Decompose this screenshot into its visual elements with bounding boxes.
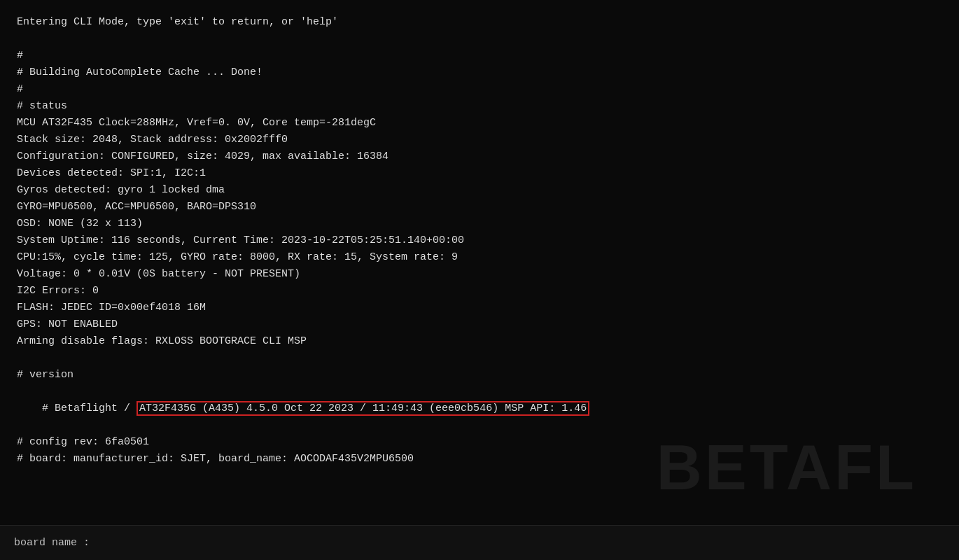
terminal-line-16: Voltage: 0 * 0.01V (0S battery - NOT PRE… — [17, 266, 942, 283]
terminal-line-6: # status — [17, 98, 942, 115]
terminal-line-24: # config rev: 6fa0501 — [17, 434, 942, 451]
terminal-line-13: OSD: NONE (32 x 113) — [17, 216, 942, 232]
terminal-line-empty1 — [17, 31, 942, 48]
board-name-label: board name : — [14, 537, 90, 549]
terminal-line-19: GPS: NOT ENABLED — [17, 316, 942, 333]
version-highlighted: AT32F435G (A435) 4.5.0 Oct 22 2023 / 11:… — [136, 401, 589, 416]
terminal-line-3: # — [17, 48, 942, 64]
terminal-line-14: System Uptime: 116 seconds, Current Time… — [17, 232, 942, 249]
terminal-line-1: Entering CLI Mode, type 'exit' to return… — [17, 14, 942, 31]
terminal-line-15: CPU:15%, cycle time: 125, GYRO rate: 800… — [17, 249, 942, 266]
terminal-line-12: GYRO=MPU6500, ACC=MPU6500, BARO=DPS310 — [17, 199, 942, 216]
terminal-line-22: # version — [17, 367, 942, 384]
terminal-line-10: Devices detected: SPI:1, I2C:1 — [17, 165, 942, 182]
terminal-line-empty2 — [17, 350, 942, 367]
terminal-line-4: # Building AutoComplete Cache ... Done! — [17, 64, 942, 81]
terminal-line-18: FLASH: JEDEC ID=0x00ef4018 16M — [17, 300, 942, 316]
terminal-line-17: I2C Errors: 0 — [17, 283, 942, 300]
bottom-bar: board name : — [0, 525, 959, 560]
terminal-line-5: # — [17, 81, 942, 98]
terminal-line-8: Stack size: 2048, Stack address: 0x2002f… — [17, 132, 942, 148]
terminal-line-7: MCU AT32F435 Clock=288MHz, Vref=0. 0V, C… — [17, 115, 942, 132]
terminal-window: Entering CLI Mode, type 'exit' to return… — [0, 0, 959, 560]
terminal-line-20: Arming disable flags: RXLOSS BOOTGRACE C… — [17, 333, 942, 350]
terminal-line-9: Configuration: CONFIGURED, size: 4029, m… — [17, 148, 942, 165]
terminal-version-line: # Betaflight / AT32F435G (A435) 4.5.0 Oc… — [17, 384, 942, 434]
terminal-line-11: Gyros detected: gyro 1 locked dma — [17, 182, 942, 199]
terminal-line-25: # board: manufacturer_id: SJET, board_na… — [17, 451, 942, 468]
version-prefix: # Betaflight / — [42, 402, 136, 414]
